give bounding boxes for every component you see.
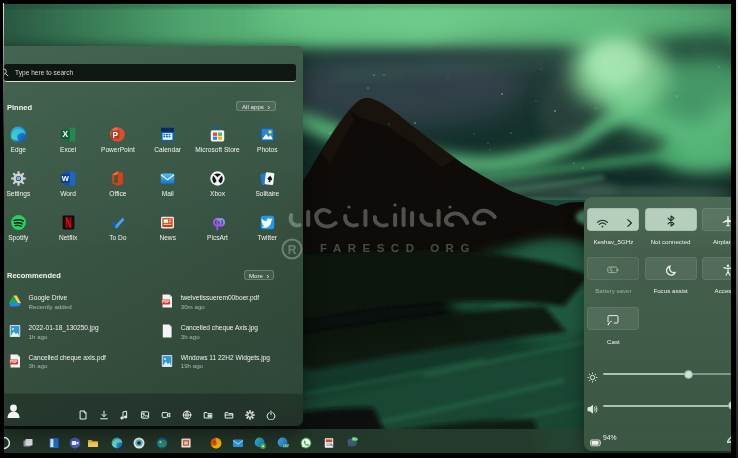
- svg-text:PDF: PDF: [10, 360, 18, 364]
- svg-text:P: P: [113, 131, 119, 140]
- svg-text:W: W: [61, 174, 69, 183]
- svg-text:R: R: [288, 243, 297, 257]
- svg-text:55+: 55+: [352, 437, 357, 441]
- svg-text:X: X: [62, 129, 68, 139]
- svg-text:PDF: PDF: [162, 300, 170, 304]
- svg-text:DEV: DEV: [283, 444, 289, 448]
